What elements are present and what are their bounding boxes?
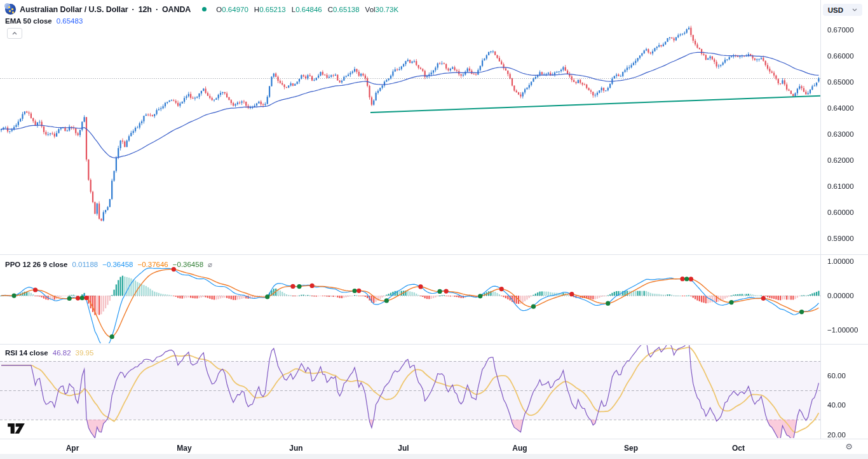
ohlc-values: O0.64970H0.65213L0.64846C0.65138Vol30.73…	[210, 6, 398, 13]
time-axis-month-label: Jun	[289, 444, 302, 453]
title-separator: ·	[132, 5, 135, 14]
axis-tick-label: 0.66000	[827, 52, 854, 60]
ema-label: EMA 50 close	[5, 17, 52, 25]
time-axis-month-label: Aug	[512, 444, 527, 453]
exchange-label[interactable]: OANDA	[162, 5, 191, 14]
ohlc-close: C0.65138	[328, 6, 360, 13]
rsi-values: 46.8239.95	[48, 349, 94, 357]
title-separator: ·	[156, 5, 158, 14]
bottom-edge-strip	[0, 454, 868, 459]
collapse-legend-button[interactable]	[7, 28, 22, 39]
interval-label[interactable]: 12h	[139, 5, 152, 14]
ohlc-open-label: O	[216, 6, 222, 13]
tradingview-logo-icon[interactable]	[8, 423, 25, 436]
ema-legend[interactable]: EMA 50 close 0.65483	[5, 17, 83, 25]
ppo-value-1: −0.36458	[102, 261, 133, 268]
axis-tick-label: 0.00000	[827, 292, 854, 299]
ppo-legend[interactable]: PPO 12 26 9 close 0.01188−0.36458−0.3764…	[5, 260, 212, 269]
time-axis-month-label: Jul	[398, 444, 409, 453]
currency-label: USD	[828, 6, 843, 14]
ppo-label: PPO 12 26 9 close	[5, 261, 67, 268]
axis-tick-label: 0.62000	[827, 156, 854, 164]
axis-tick-label: 20.00	[827, 431, 846, 439]
ohlc-open: O0.64970	[216, 6, 248, 13]
market-status-dot[interactable]	[202, 7, 207, 11]
ohlc-low: L0.64846	[292, 6, 322, 13]
ohlc-high: H0.65213	[254, 6, 286, 13]
time-axis-month-label: May	[177, 444, 191, 453]
rsi-value-0: 46.82	[53, 349, 71, 357]
rsi-legend[interactable]: RSI 14 close 46.8239.95	[5, 349, 93, 357]
axis-tick-label: 0.64000	[827, 104, 854, 112]
ppo-value-2: −0.37646	[137, 261, 168, 268]
chart-canvas[interactable]	[0, 0, 868, 459]
ohlc-high-value: 0.65213	[259, 6, 286, 13]
axis-tick-label: −1.00000	[827, 326, 858, 334]
ohlc-close-value: 0.65138	[333, 6, 360, 13]
ohlc-close-label: C	[328, 6, 333, 13]
panel-separator[interactable]	[0, 344, 868, 345]
axis-tick-label: 0.63000	[827, 130, 854, 138]
price-axis-separator[interactable]	[820, 0, 821, 439]
ohlc-volume-label: Vol	[365, 6, 376, 13]
rsi-label: RSI 14 close	[5, 349, 48, 357]
axis-tick-label: 40.00	[827, 401, 846, 409]
panel-separator[interactable]	[0, 254, 868, 255]
ppo-value-4: ⌀	[208, 260, 212, 269]
gear-icon[interactable]: ⚙	[845, 442, 853, 451]
symbol-pair-icon	[5, 4, 16, 15]
axis-tick-label: 0.61000	[827, 182, 854, 190]
ohlc-open-value: 0.64970	[222, 6, 248, 13]
ohlc-volume: Vol30.73K	[365, 6, 398, 13]
axis-tick-label: 0.60000	[827, 209, 854, 216]
axis-tick-label: 60.00	[827, 372, 846, 380]
ppo-values: 0.01188−0.36458−0.37646−0.36458⌀	[67, 260, 212, 269]
symbol-title[interactable]: Australian Dollar / U.S. Dollar	[20, 5, 128, 14]
symbol-legend: Australian Dollar / U.S. Dollar · 12h · …	[5, 4, 398, 15]
time-axis-month-label: Oct	[732, 444, 745, 453]
ohlc-volume-value: 30.73K	[376, 6, 398, 13]
ppo-value-0: 0.01188	[72, 261, 98, 268]
ppo-value-3: −0.36458	[173, 261, 203, 268]
axis-tick-label: 1.00000	[827, 257, 854, 265]
chevron-up-icon	[12, 32, 17, 35]
ohlc-low-value: 0.64846	[295, 6, 322, 13]
ema-value: 0.65483	[57, 17, 83, 25]
chevron-down-icon	[852, 8, 857, 11]
time-axis-month-label: Apr	[66, 444, 79, 453]
axis-tick-label: 0.65000	[827, 78, 854, 86]
axis-tick-label: 0.67000	[827, 26, 854, 34]
axis-tick-label: 0.59000	[827, 235, 854, 242]
ohlc-high-label: H	[254, 6, 259, 13]
rsi-value-1: 39.95	[76, 349, 94, 357]
currency-selector[interactable]: USD	[823, 4, 862, 16]
panel-separator	[0, 439, 868, 439]
trading-chart-window: Australian Dollar / U.S. Dollar · 12h · …	[0, 0, 868, 459]
time-axis-month-label: Sep	[624, 444, 638, 453]
